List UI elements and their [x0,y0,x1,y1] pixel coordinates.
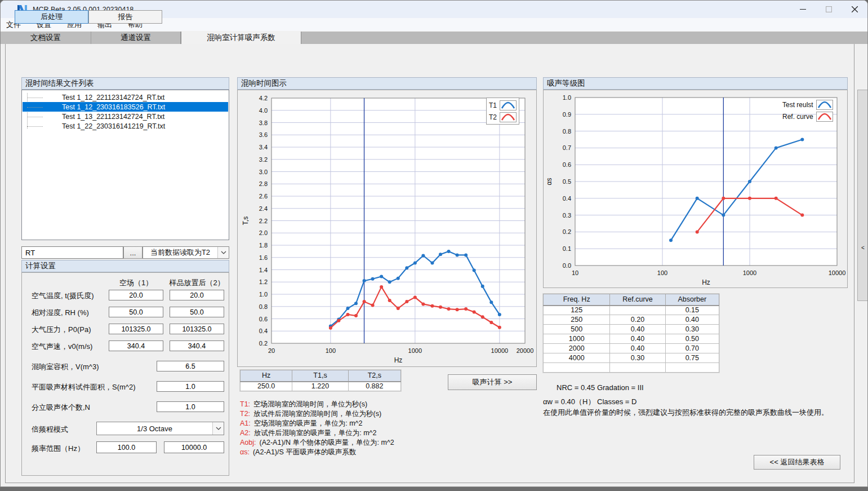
collapse-panel-handle[interactable]: < [857,243,868,252]
tree-branch-icon [27,117,43,117]
calc-label-3: 空气声速，v0(m/s) [32,342,92,352]
table-cell: 250 [544,315,610,325]
legend-label-test-result: Test reulst [782,101,813,109]
calc-field-1-with-sample[interactable] [170,307,224,317]
tab-postprocess[interactable]: 后处理 [15,10,88,24]
definition-term: αs: [240,448,250,456]
file-list-title: 混时间结果文件列表 [25,78,94,89]
file-name: Test 1_13_221123142724_RT.txt [62,113,164,121]
calc-field-0-with-sample[interactable] [170,290,224,300]
freq-min-field[interactable] [96,441,157,453]
rt-name-input[interactable] [21,246,123,259]
tab-1[interactable]: 通道设置 [91,32,181,44]
file-list-item[interactable]: Test 1_22_230316141219_RT.txt [23,121,228,131]
svg-text:0.9: 0.9 [563,111,571,118]
table-cell: 0.882 [348,382,400,391]
calc-settings-header: 计算设置 [21,260,229,272]
file-name: Test 1_12_221123142724_RT.txt [62,94,164,101]
rt-chart[interactable]: 0.20.40.60.81.01.21.41.61.82.02.22.42.62… [238,90,536,366]
calc-field-2-with-sample[interactable] [170,324,224,334]
file-list-item[interactable]: Test 1_13_221123142724_RT.txt [23,112,228,121]
data-mode-combo[interactable]: 当前数据读取为T2 [143,246,229,259]
grade-chart-header: 吸声等级图 [543,77,848,90]
definition-term: A1: [240,419,251,427]
rt-file-list: Test 1_12_221123142724_RT.txtTest 1_12_2… [21,90,229,240]
back-to-results-button[interactable]: << 返回结果表格 [754,455,840,470]
test-result-curve-icon [816,100,833,110]
table-cell: 500 [544,325,610,334]
calc-single-field-0[interactable] [157,361,224,371]
svg-text:3.2: 3.2 [259,156,268,163]
calc-field-1-empty-room[interactable] [109,307,163,317]
calc-single-field-1[interactable] [157,381,224,392]
calc-single-label-1: 平面吸声材料试件面积，S(m^2) [32,382,136,392]
svg-text:1.4: 1.4 [259,267,268,273]
minimize-button[interactable] [790,1,816,18]
table-cell: 0.20 [610,315,665,325]
svg-text:0.4: 0.4 [259,328,268,334]
column-header: Ref.curve [610,294,665,306]
grade-chart-title: 吸声等级图 [547,78,585,89]
definition-line: A2:放试件后混响室的吸声量，单位为: m^2 [240,428,394,438]
table-cell: 125 [544,306,610,315]
svg-text:2.6: 2.6 [259,193,268,200]
column-header: T2,s [348,370,400,382]
advice-text: 在使用此单值评价量的时候，强烈建议与按照标准获得的完整的吸声系数曲线一块使用。 [543,408,829,418]
svg-text:αs: αs [545,178,553,185]
octave-mode-label: 倍频程模式 [32,424,68,435]
side-panel-strip [857,90,868,301]
svg-text:1000: 1000 [743,269,756,276]
definition-text: 空场混响室的吸声量，单位为: m^2 [254,419,363,427]
svg-text:0.8: 0.8 [563,128,571,135]
svg-text:0.2: 0.2 [563,228,571,235]
file-list-item[interactable]: Test 1_12_221123142724_RT.txt [23,92,228,102]
maximize-button[interactable] [816,1,842,18]
browse-button[interactable]: ... [123,246,143,259]
close-button[interactable] [842,1,867,18]
calc-settings-title: 计算设置 [25,261,56,271]
tree-branch-icon [27,126,43,127]
svg-text:1.2: 1.2 [259,278,268,285]
table-cell: 0.30 [665,325,719,334]
table-cell: 1000 [544,334,610,344]
absorption-calc-button[interactable]: 吸声计算 >> [448,374,537,390]
svg-text:Hz: Hz [394,356,403,364]
calc-field-0-empty-room[interactable] [109,290,163,300]
tab-0[interactable]: 文档设置 [1,32,91,44]
legend-label-t2: T2 [489,113,497,121]
freq-max-field[interactable] [164,441,224,453]
svg-text:4.2: 4.2 [259,95,268,101]
svg-text:2.0: 2.0 [259,229,268,236]
rt-result-table: HzT1,sT2,s250.01.2200.882 [240,370,401,391]
table-cell: 2000 [544,344,610,353]
svg-text:T,s: T,s [242,216,250,225]
calc-field-3-with-sample[interactable] [170,340,224,351]
column-header: Absorber [665,294,719,306]
calc-label-2: 大气压力，P0(Pa) [32,325,91,335]
svg-text:Hz: Hz [702,278,710,286]
table-cell: 0.70 [665,344,719,353]
definition-term: Aobj: [240,439,256,446]
legend-label-ref-curve: Ref. curve [782,113,813,121]
tab-strip: 文档设置通道设置混响室计算吸声系数 [1,32,867,44]
calc-single-field-2[interactable] [157,401,224,412]
table-row: 125 0.15 [544,306,719,315]
definition-text: 放试件后混响室的吸声量，单位为: m^2 [254,429,377,437]
definition-line: A1:空场混响室的吸声量，单位为: m^2 [240,419,394,428]
column-header: T1,s [292,370,348,382]
octave-mode-combo[interactable]: 1/3 Octave [96,422,224,435]
definition-term: T1: [240,400,250,408]
tab-report[interactable]: 报告 [88,10,162,24]
calc-field-3-empty-room[interactable] [109,340,163,351]
table-cell: 250.0 [241,382,292,391]
svg-text:3.8: 3.8 [259,120,268,126]
svg-text:0.0: 0.0 [563,262,571,269]
tab-2[interactable]: 混响室计算吸声系数 [181,32,301,44]
tree-branch-icon [27,107,43,108]
rt-chart-title: 混响时间图示 [241,78,287,89]
calc-label-1: 相对湿度, RH (%) [32,308,89,318]
calc-field-2-empty-room[interactable] [109,324,163,334]
file-list-item[interactable]: Test 1_12_230316183526_RT.txt [23,102,228,112]
svg-text:3.0: 3.0 [259,169,268,175]
octave-mode-value: 1/3 Octave [97,424,212,433]
